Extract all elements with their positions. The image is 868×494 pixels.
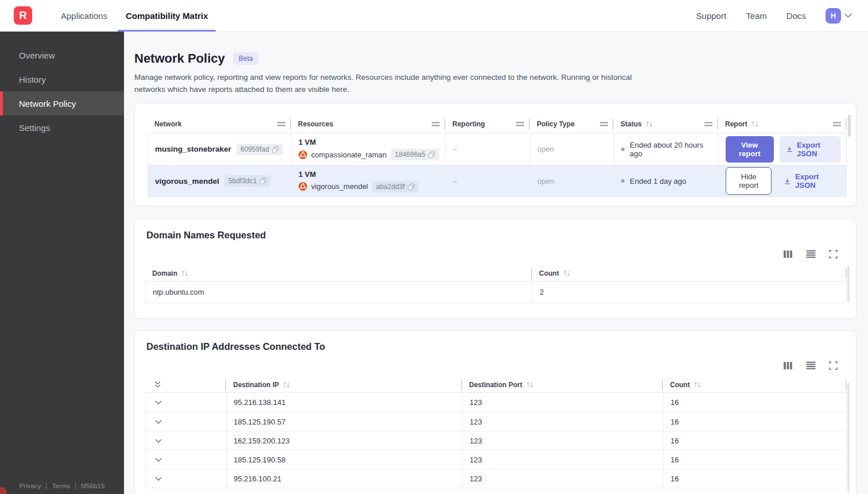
column-drag-icon[interactable] <box>833 122 841 126</box>
destination-row[interactable]: 185.125.190.58 123 16 <box>146 450 846 469</box>
hide-report-button[interactable]: Hide report <box>726 167 772 195</box>
column-destination-ip: Destination IP <box>233 381 279 389</box>
count-value: 16 <box>664 450 846 469</box>
sort-icon[interactable] <box>563 270 571 277</box>
scrollbar-thumb[interactable] <box>848 115 851 137</box>
column-policy-type: Policy Type <box>537 120 575 128</box>
tab-applications[interactable]: Applications <box>52 0 117 32</box>
network-id: 60959fad <box>241 145 269 153</box>
column-drag-icon[interactable] <box>516 122 524 126</box>
main-content: Network Policy Beta Manage network polic… <box>124 32 868 494</box>
status-text: Ended about 20 hours ago <box>630 141 712 158</box>
resource-name: compassionate_raman <box>311 150 387 159</box>
fullscreen-icon[interactable] <box>829 250 838 258</box>
column-resources: Resources <box>298 120 333 128</box>
sidebar-footer: Privacy Terms 5f56b15 <box>0 483 124 489</box>
sort-icon[interactable] <box>751 121 759 128</box>
column-reporting: Reporting <box>452 120 485 128</box>
page-title: Network Policy <box>134 51 225 66</box>
sidebar-item-network-policy[interactable]: Network Policy <box>0 91 124 115</box>
scrollbar-track[interactable] <box>847 383 850 492</box>
link-docs[interactable]: Docs <box>786 11 806 21</box>
sort-icon[interactable] <box>181 270 189 277</box>
column-drag-icon[interactable] <box>277 122 285 126</box>
sidebar-item-settings[interactable]: Settings <box>0 115 124 140</box>
row-expand-icon[interactable] <box>155 477 162 481</box>
ubuntu-icon <box>299 182 307 191</box>
divider <box>75 483 76 489</box>
column-count: Count <box>539 269 559 277</box>
network-name: vigorous_mendel <box>155 177 219 186</box>
rows-density-icon[interactable] <box>806 361 816 370</box>
destinations-table-header: Destination IP Destination Port Count <box>145 377 847 393</box>
domains-card-title: Domain Names Requested <box>145 230 847 241</box>
copy-icon[interactable] <box>272 146 279 153</box>
row-expand-icon[interactable] <box>155 420 162 424</box>
download-icon <box>784 177 790 185</box>
terms-link[interactable]: Terms <box>52 483 69 489</box>
column-drag-icon[interactable] <box>432 122 440 126</box>
destination-port-value: 123 <box>463 469 664 488</box>
copy-icon[interactable] <box>428 151 435 158</box>
user-avatar[interactable]: H <box>826 8 841 24</box>
network-row[interactable]: musing_stonebraker 60959fad 1 VM compass… <box>148 133 846 165</box>
link-team[interactable]: Team <box>746 11 767 21</box>
sort-icon[interactable] <box>645 121 653 128</box>
scrollbar-track[interactable] <box>847 265 850 302</box>
divider <box>46 483 46 489</box>
primary-tabs: Applications Compatibility Matrix <box>52 0 217 32</box>
copy-icon[interactable] <box>408 183 414 190</box>
chevron-down-icon <box>844 13 852 18</box>
resource-id: 184696a5 <box>395 150 425 159</box>
user-menu[interactable]: H <box>826 8 852 24</box>
app-logo[interactable]: R <box>14 6 32 25</box>
download-icon <box>786 145 792 153</box>
sidebar-item-overview[interactable]: Overview <box>0 43 124 67</box>
expand-all-icon[interactable] <box>154 381 161 388</box>
reporting-value: – <box>446 133 530 165</box>
sidebar-item-history[interactable]: History <box>0 67 124 91</box>
top-right-links: Support Team Docs H <box>696 8 868 24</box>
column-drag-icon[interactable] <box>600 122 608 126</box>
vm-count: 1 VM <box>299 170 316 179</box>
domains-table-header: Domain Count <box>145 265 847 281</box>
domain-value: ntp.ubuntu.com <box>146 281 533 303</box>
privacy-link[interactable]: Privacy <box>20 483 41 489</box>
destination-ip-value: 185.125.190.57 <box>227 412 463 431</box>
network-id: 5bdf3dc1 <box>228 177 257 185</box>
column-drag-icon[interactable] <box>704 122 712 126</box>
status-dot <box>621 179 625 183</box>
copy-icon[interactable] <box>259 177 266 184</box>
domain-row[interactable]: ntp.ubuntu.com 2 <box>146 281 846 303</box>
row-expand-icon[interactable] <box>155 400 162 404</box>
policy-type-value: open <box>530 133 614 165</box>
destination-row[interactable]: 95.216.138.141 123 16 <box>146 393 846 412</box>
sort-icon[interactable] <box>526 381 534 388</box>
view-report-button[interactable]: View report <box>726 136 774 163</box>
sort-icon[interactable] <box>693 381 702 388</box>
top-navigation-bar: R Applications Compatibility Matrix Supp… <box>0 0 868 32</box>
destination-row[interactable]: 162.159.200.123 123 16 <box>146 431 846 450</box>
export-json-button[interactable]: Export JSON <box>780 136 840 163</box>
network-row[interactable]: vigorous_mendel 5bdf3dc1 1 VM vigorous_m… <box>148 165 846 196</box>
columns-icon[interactable] <box>783 250 793 258</box>
destination-row[interactable]: 95.216.100.21 123 16 <box>146 469 846 488</box>
destination-ip-value: 95.216.138.141 <box>227 393 463 412</box>
network-name: musing_stonebraker <box>155 145 231 153</box>
ubuntu-icon <box>299 150 307 159</box>
tab-compatibility-matrix[interactable]: Compatibility Matrix <box>117 0 217 32</box>
table-toolbar <box>145 361 838 370</box>
destination-port-value: 123 <box>463 412 664 431</box>
count-value: 16 <box>664 431 846 450</box>
column-count: Count <box>670 381 690 389</box>
status-dot <box>621 148 625 151</box>
rows-density-icon[interactable] <box>806 250 816 258</box>
columns-icon[interactable] <box>783 361 793 370</box>
link-support[interactable]: Support <box>696 11 727 21</box>
export-json-button[interactable]: Export JSON <box>777 168 840 194</box>
fullscreen-icon[interactable] <box>829 361 838 370</box>
row-expand-icon[interactable] <box>155 439 162 443</box>
sort-icon[interactable] <box>282 381 290 388</box>
row-expand-icon[interactable] <box>155 458 162 462</box>
destination-row[interactable]: 185.125.190.57 123 16 <box>146 412 846 431</box>
